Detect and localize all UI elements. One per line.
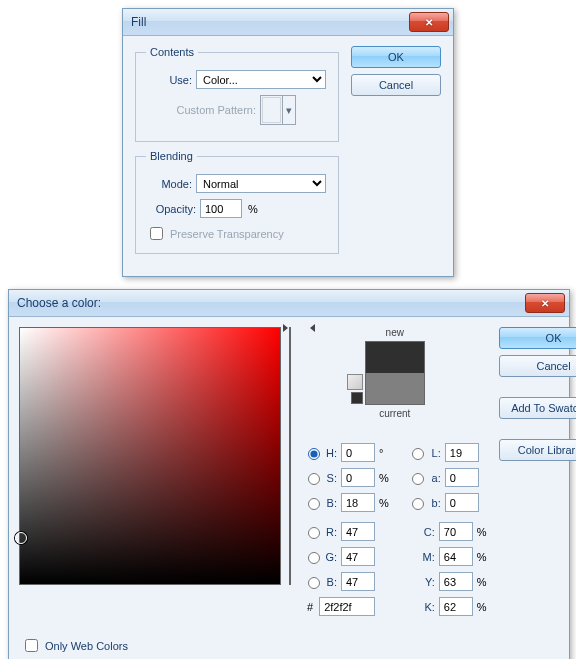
b-lab-label: b: (427, 497, 441, 509)
hue-pointer-icon (283, 324, 315, 332)
g-label: G: (323, 551, 337, 563)
l-label: L: (427, 447, 441, 459)
s-radio[interactable] (308, 473, 320, 485)
blending-group: Blending Mode: Normal Opacity: % Preserv… (135, 150, 339, 254)
b-rgb-radio[interactable] (308, 577, 320, 589)
b-hsb-input[interactable] (341, 493, 375, 512)
contents-legend: Contents (146, 46, 198, 58)
websafe-swatch[interactable] (351, 392, 363, 404)
opacity-input[interactable] (200, 199, 242, 218)
s-label: S: (323, 472, 337, 484)
use-label: Use: (146, 74, 192, 86)
color-cursor-icon (15, 532, 27, 544)
fill-title: Fill (131, 15, 409, 29)
k-unit: % (477, 601, 487, 613)
y-unit: % (477, 576, 487, 588)
m-unit: % (477, 551, 487, 563)
cancel-button-fill[interactable]: Cancel (351, 74, 441, 96)
b-hsb-radio[interactable] (308, 498, 320, 510)
c-label: C: (407, 526, 435, 538)
g-input[interactable] (341, 547, 375, 566)
saturation-value-field[interactable] (19, 327, 281, 585)
color-libraries-button[interactable]: Color Libraries (499, 439, 576, 461)
a-radio[interactable] (412, 473, 424, 485)
opacity-unit: % (248, 203, 258, 215)
ok-button-fill[interactable]: OK (351, 46, 441, 68)
c-input[interactable] (439, 522, 473, 541)
s-unit: % (379, 472, 389, 484)
m-label: M: (407, 551, 435, 563)
add-to-swatches-button[interactable]: Add To Swatches (499, 397, 576, 419)
c-unit: % (477, 526, 487, 538)
contents-group: Contents Use: Color... Custom Pattern: ▾ (135, 46, 339, 142)
l-input[interactable] (445, 443, 479, 462)
r-label: R: (323, 526, 337, 538)
a-label: a: (427, 472, 441, 484)
m-input[interactable] (439, 547, 473, 566)
new-label: new (386, 327, 404, 338)
hex-label: # (307, 601, 313, 613)
fill-titlebar[interactable]: Fill ✕ (123, 9, 453, 36)
current-color-swatch (366, 373, 424, 404)
close-icon: ✕ (425, 17, 433, 28)
hex-input[interactable] (319, 597, 375, 616)
custom-pattern-label: Custom Pattern: (146, 104, 256, 116)
close-button-fill[interactable]: ✕ (409, 12, 449, 32)
picker-titlebar[interactable]: Choose a color: ✕ (9, 290, 569, 317)
cancel-button-picker[interactable]: Cancel (499, 355, 576, 377)
h-radio[interactable] (308, 448, 320, 460)
only-web-colors-checkbox[interactable] (25, 639, 38, 652)
ok-button-picker[interactable]: OK (499, 327, 576, 349)
chevron-down-icon[interactable]: ▾ (282, 96, 295, 124)
b-lab-radio[interactable] (412, 498, 424, 510)
preserve-transparency-checkbox[interactable] (150, 227, 163, 240)
color-preview (365, 341, 425, 405)
b-hsb-unit: % (379, 497, 389, 509)
h-label: H: (323, 447, 337, 459)
only-web-colors-label: Only Web Colors (45, 640, 128, 652)
mode-select[interactable]: Normal (196, 174, 326, 193)
gamut-warning-icon[interactable] (347, 374, 363, 390)
preserve-transparency-label: Preserve Transparency (170, 228, 284, 240)
use-select[interactable]: Color... (196, 70, 326, 89)
current-label: current (379, 408, 410, 419)
b-hsb-label: B: (323, 497, 337, 509)
fill-dialog: Fill ✕ Contents Use: Color... Custom Pat… (122, 8, 454, 277)
s-input[interactable] (341, 468, 375, 487)
pattern-preview (262, 97, 281, 123)
b-rgb-label: B: (323, 576, 337, 588)
r-input[interactable] (341, 522, 375, 541)
r-radio[interactable] (308, 527, 320, 539)
close-icon: ✕ (541, 298, 549, 309)
close-button-picker[interactable]: ✕ (525, 293, 565, 313)
opacity-label: Opacity: (146, 203, 196, 215)
new-color-swatch (366, 342, 424, 373)
pattern-swatch[interactable]: ▾ (260, 95, 296, 125)
b-rgb-input[interactable] (341, 572, 375, 591)
l-radio[interactable] (412, 448, 424, 460)
h-input[interactable] (341, 443, 375, 462)
hue-slider[interactable] (289, 327, 291, 585)
a-input[interactable] (445, 468, 479, 487)
picker-title: Choose a color: (17, 296, 525, 310)
y-input[interactable] (439, 572, 473, 591)
mode-label: Mode: (146, 178, 192, 190)
blending-legend: Blending (146, 150, 197, 162)
b-lab-input[interactable] (445, 493, 479, 512)
y-label: Y: (407, 576, 435, 588)
h-unit: ° (379, 447, 383, 459)
k-label: K: (407, 601, 435, 613)
g-radio[interactable] (308, 552, 320, 564)
color-picker-dialog: Choose a color: ✕ new current (8, 289, 570, 659)
k-input[interactable] (439, 597, 473, 616)
